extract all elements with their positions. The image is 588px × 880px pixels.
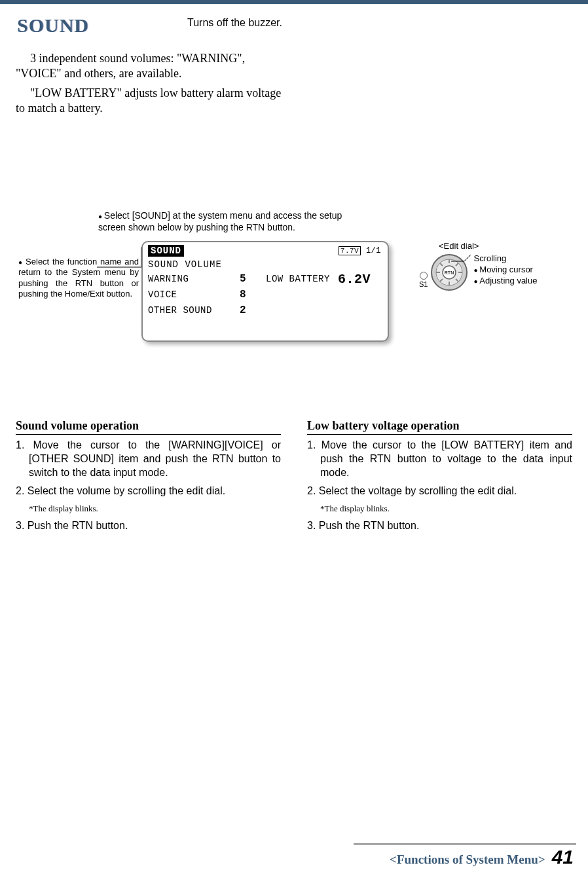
- dial-note-value: Adjusting value: [473, 276, 537, 287]
- footer: <Functions of System Menu> 41: [390, 846, 574, 868]
- callout-arrow-icon: [451, 255, 471, 263]
- s1-label: S1: [419, 280, 428, 288]
- intro-p1: 3 independent sound volumes: "WARNING", …: [16, 51, 282, 82]
- dial-title: <Edit dial>: [439, 241, 537, 251]
- s1-circle-icon: [420, 272, 428, 280]
- op-title: Low battery voltage operation: [307, 419, 572, 435]
- lcd-row-voice: VOICE 8: [148, 287, 382, 302]
- lcd-section-label: SOUND VOLUME: [148, 259, 382, 270]
- lcd-value: 8: [240, 289, 266, 301]
- left-callout: Select the function name and return to t…: [18, 257, 139, 299]
- footer-label: <Functions of System Menu>: [390, 852, 545, 867]
- operations: Sound volume operation 1. Move the curso…: [16, 419, 572, 538]
- lcd-value: 5: [240, 273, 266, 285]
- lcd-label: WARNING: [148, 274, 240, 284]
- op-note: *The display blinks.: [320, 504, 572, 514]
- lcd-value: 2: [240, 304, 266, 316]
- op-step: 2. Select the voltage by scrolling the e…: [307, 485, 572, 498]
- op-step: 1. Move the cursor to the [LOW BATTERY] …: [307, 439, 572, 479]
- lcd-label: OTHER SOUND: [148, 305, 240, 316]
- page-title: SOUND: [17, 14, 89, 37]
- lcd-wrap: SOUND 7.7V 1/1 SOUND VOLUME WARNING 5 LO…: [141, 241, 389, 342]
- lcd-label: VOICE: [148, 289, 240, 300]
- op-step: 3. Push the RTN button.: [307, 519, 572, 533]
- svg-text:RTN: RTN: [445, 270, 454, 275]
- intro-p2: "LOW BATTERY" adjusts low battery alarm …: [16, 86, 282, 117]
- header-row: SOUND Turns off the buzzer.: [0, 4, 588, 37]
- lcd-status: 7.7V 1/1: [339, 246, 381, 255]
- lcd-row-other: OTHER SOUND 2: [148, 302, 382, 318]
- access-note: Select [SOUND] at the system menu and ac…: [98, 210, 360, 233]
- lcd-body: SOUND VOLUME WARNING 5 LOW BATTERY 6.2V …: [148, 259, 382, 318]
- dial-section: <Edit dial> S1: [419, 241, 537, 291]
- op-step: 3. Push the RTN button.: [16, 519, 281, 533]
- sound-volume-op: Sound volume operation 1. Move the curso…: [16, 419, 281, 538]
- scroll-label: Scrolling: [473, 253, 537, 265]
- dial-notes: Scrolling Moving cursor Adjusting value: [473, 253, 537, 287]
- op-step: 2. Select the volume by scrolling the ed…: [16, 485, 281, 498]
- footer-rule: [354, 843, 576, 845]
- lcd-page: 1/1: [366, 246, 381, 255]
- op-step: 1. Move the cursor to the [WARNING][VOIC…: [16, 439, 281, 479]
- lcd-screen: SOUND 7.7V 1/1 SOUND VOLUME WARNING 5 LO…: [141, 241, 389, 342]
- s1-button: S1: [419, 272, 428, 288]
- low-battery-op: Low battery voltage operation 1. Move th…: [307, 419, 572, 538]
- dial-note-cursor: Moving cursor: [473, 265, 537, 276]
- lcd-voltage: 7.7V: [339, 246, 361, 255]
- page-number: 41: [552, 846, 574, 868]
- lcd-value2: 6.2V: [338, 272, 371, 287]
- dial-row: S1 RTN: [419, 253, 537, 291]
- lcd-label2: LOW BATTERY: [266, 274, 338, 284]
- byline: Turns off the buzzer.: [187, 17, 282, 29]
- lcd-title: SOUND: [148, 245, 184, 257]
- lcd-row-warning: WARNING 5 LOW BATTERY 6.2V: [148, 271, 382, 287]
- op-note: *The display blinks.: [29, 504, 281, 514]
- op-title: Sound volume operation: [16, 419, 281, 435]
- intro-block: 3 independent sound volumes: "WARNING", …: [0, 37, 301, 117]
